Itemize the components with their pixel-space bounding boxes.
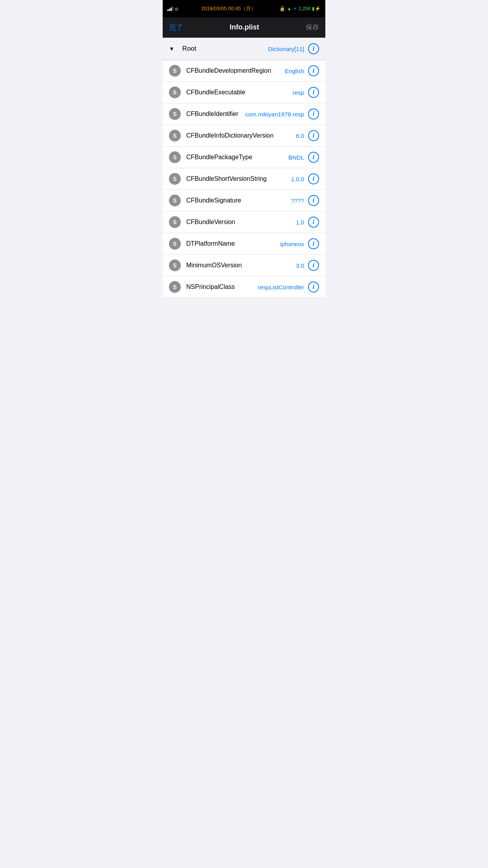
- table-row: SCFBundleIdentifiercom.mikiyan1978.respi: [163, 103, 325, 125]
- table-row: SCFBundleInfoDictionaryVersion6.0i: [163, 125, 325, 147]
- row-key: CFBundleIdentifier: [186, 110, 245, 118]
- type-badge: S: [169, 65, 181, 77]
- table-row: SMinimumOSVersion3.0i: [163, 255, 325, 276]
- footer-space: [163, 298, 325, 377]
- row-info-button[interactable]: i: [308, 108, 319, 120]
- bluetooth-icon: ✶: [293, 6, 297, 11]
- row-value: ????: [291, 197, 304, 204]
- row-value: BNDL: [288, 154, 304, 161]
- row-info-button[interactable]: i: [308, 87, 319, 98]
- type-badge: S: [169, 238, 181, 250]
- row-info-button[interactable]: i: [308, 173, 319, 184]
- row-value: English: [285, 68, 304, 74]
- root-row: ▼ Root Dictionary[11] i: [163, 38, 325, 60]
- row-value: 1.0.0: [291, 176, 304, 182]
- status-time: 2018/03/05 00:45（月）: [201, 5, 256, 12]
- table-row: SCFBundleVersion1.0i: [163, 211, 325, 233]
- table-row: SCFBundleDevelopmentRegionEnglishi: [163, 60, 325, 82]
- table-row: SCFBundleShortVersionString1.0.0i: [163, 168, 325, 190]
- root-info-button[interactable]: i: [308, 43, 319, 54]
- row-info-button[interactable]: i: [308, 238, 319, 249]
- type-badge: S: [169, 173, 181, 185]
- table-row: SDTPlatformNameiphoneosi: [163, 233, 325, 255]
- type-badge: S: [169, 130, 181, 142]
- row-value: iphoneos: [280, 241, 304, 247]
- row-info-button[interactable]: i: [308, 195, 319, 206]
- signal-bars-icon: [167, 6, 173, 11]
- nav-title: Info.plist: [230, 23, 259, 31]
- row-key: DTPlatformName: [186, 240, 280, 247]
- type-badge: S: [169, 86, 181, 98]
- row-key: CFBundleExecutable: [186, 89, 293, 96]
- type-badge: S: [169, 216, 181, 228]
- table-row: SNSPrincipalClassrespListControlleri: [163, 276, 325, 298]
- row-info-button[interactable]: i: [308, 217, 319, 228]
- row-info-button[interactable]: i: [308, 260, 319, 271]
- nav-bar: 完了 Info.plist 保存: [163, 17, 325, 38]
- row-value: 3.0: [296, 262, 304, 269]
- type-badge: S: [169, 108, 181, 120]
- row-key: CFBundlePackageType: [186, 154, 288, 161]
- row-info-button[interactable]: i: [308, 281, 319, 292]
- row-key: CFBundleInfoDictionaryVersion: [186, 132, 296, 139]
- row-value: resp: [293, 89, 304, 96]
- row-key: CFBundleShortVersionString: [186, 175, 291, 182]
- row-info-button[interactable]: i: [308, 65, 319, 76]
- row-value: 1.0: [296, 219, 304, 226]
- root-label: Root: [182, 45, 268, 53]
- status-bar: ⌾ 2018/03/05 00:45（月） 🔒 ▲ ✶ 2,204 ▮⚡: [163, 0, 325, 17]
- done-button[interactable]: 完了: [169, 23, 183, 32]
- row-key: CFBundleVersion: [186, 219, 296, 226]
- type-badge: S: [169, 151, 181, 163]
- row-value: 6.0: [296, 132, 304, 139]
- root-value: Dictionary[11]: [268, 46, 304, 52]
- lock-icon: 🔒: [279, 6, 285, 11]
- row-key: MinimumOSVersion: [186, 262, 296, 269]
- row-key: NSPrincipalClass: [186, 283, 258, 291]
- table-row: SCFBundleExecutablerespi: [163, 82, 325, 103]
- row-value: respListController: [258, 284, 304, 291]
- plist-list: SCFBundleDevelopmentRegionEnglishiSCFBun…: [163, 60, 325, 298]
- wifi-icon: ⌾: [175, 6, 178, 12]
- type-badge: S: [169, 195, 181, 206]
- battery-icon: ▮⚡: [312, 6, 321, 11]
- table-row: SCFBundleSignature????i: [163, 190, 325, 211]
- save-button[interactable]: 保存: [306, 23, 319, 32]
- status-right: 🔒 ▲ ✶ 2,204 ▮⚡: [279, 6, 321, 11]
- row-info-button[interactable]: i: [308, 152, 319, 163]
- row-key: CFBundleSignature: [186, 197, 291, 204]
- battery-level: 2,204: [299, 6, 310, 11]
- type-badge: S: [169, 281, 181, 293]
- row-info-button[interactable]: i: [308, 130, 319, 141]
- type-badge: S: [169, 259, 181, 271]
- row-value: com.mikiyan1978.resp: [245, 111, 304, 118]
- row-key: CFBundleDevelopmentRegion: [186, 67, 285, 74]
- status-left: ⌾: [167, 6, 178, 12]
- location-icon: ▲: [287, 6, 292, 11]
- expand-arrow-icon[interactable]: ▼: [169, 46, 174, 52]
- table-row: SCFBundlePackageTypeBNDLi: [163, 147, 325, 168]
